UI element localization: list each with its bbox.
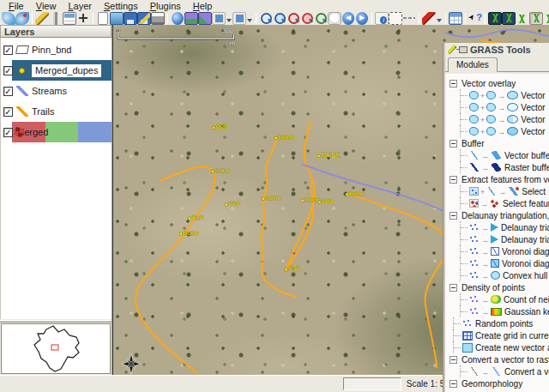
grass-module-voronoi-diagram[interactable]: Voronoi diagram [449,245,549,257]
grass-region-icon[interactable] [516,12,529,25]
measure-tool-icon[interactable] [422,12,436,25]
collapse-expander-icon[interactable] [449,284,457,292]
measure-line-icon[interactable] [402,12,416,25]
grass-tools-icon[interactable] [529,12,543,25]
linebufdark-icon [491,163,502,172]
grass-module-convex-hull[interactable]: Convex hull [449,269,549,281]
grass-module-vector-buffer[interactable]: Vector buffer [449,149,549,161]
layer-row-pinn_bnd[interactable]: Pinn_bnd [1,41,112,58]
grass-module-voronoi-diagram[interactable]: Voronoi diagram [449,257,549,269]
digitize-pencil-icon[interactable] [35,12,49,25]
grass-category-delaunay-triangulation-voronoi[interactable]: Delaunay triangulation, Voronoi [449,209,549,221]
dots-icon [469,247,480,256]
grass-module-create-grid-in-current-region[interactable]: Create grid in current region [449,329,549,341]
open-project-icon[interactable] [110,12,124,25]
select-features-icon[interactable] [389,12,402,25]
new-project-icon[interactable] [98,12,108,25]
grass-module-vector[interactable]: Vector [449,101,549,113]
grass-category-convert-a-vector-to-raster[interactable]: Convert a vector to raster [449,353,549,365]
zoom-last-icon[interactable] [342,12,354,25]
menu-layer[interactable]: Layer [63,1,97,12]
layer-row-merged[interactable]: Merged [1,124,112,141]
save-project-icon[interactable] [124,12,137,25]
add-wms-layer-icon[interactable] [172,12,184,25]
grass-module-count-of-neighbors[interactable]: Count of neighbors [449,293,549,305]
grass-module-vector[interactable]: Vector [449,125,549,137]
menu-settings[interactable]: Settings [99,1,143,12]
add-raster-layer-icon[interactable] [198,12,212,25]
grass-category-buffer[interactable]: Buffer [449,137,549,149]
overlay-tool-icon[interactable] [212,12,226,25]
collapse-expander-icon[interactable] [449,356,457,364]
move-feature-icon[interactable] [76,12,90,25]
layer-visibility-checkbox[interactable] [3,66,13,75]
current-extent-rect [51,345,58,350]
overview-map[interactable] [1,323,111,374]
attribute-table-icon[interactable] [449,12,462,25]
collapse-expander-icon[interactable] [449,140,457,148]
capture-point-icon[interactable] [49,12,63,25]
grass-module-select-features[interactable]: Select features [449,197,549,209]
grass-module-convert-a-vector[interactable]: Convert a vector [449,365,549,377]
print-icon[interactable] [151,12,165,25]
grass-tools-titlebar[interactable]: GRASS Tools [445,43,549,57]
grass-open-mapset-icon[interactable] [488,12,502,25]
layer-row-trails[interactable]: Trails [1,103,112,120]
layer-visibility-checkbox[interactable] [3,87,13,96]
dropdown-caret-icon[interactable] [247,19,252,22]
add-vector-layer-icon[interactable] [184,12,198,25]
zoom-in-icon[interactable] [259,12,273,25]
grass-module-select[interactable]: Select [449,185,549,197]
dock-pin-icon[interactable] [459,46,468,53]
layer-row-merged_dupes[interactable]: Merged_dupes [1,62,112,79]
menu-file[interactable]: File [3,1,29,12]
whats-this-icon[interactable] [468,12,482,25]
zoom-to-layer-icon[interactable] [314,12,328,25]
layer-row-streams[interactable]: Streams [1,82,112,100]
panel-splitter[interactable] [0,320,112,323]
collapse-expander-icon[interactable] [449,380,457,388]
save-project-as-icon[interactable] [137,12,151,25]
collapse-expander-icon[interactable] [449,80,457,87]
hull-icon [491,271,500,280]
overlap3-icon [507,115,518,124]
dropdown-caret-icon[interactable] [437,19,442,22]
grass-module-raster-buffer[interactable]: Raster buffer [449,161,549,173]
overlap4-icon [507,127,518,136]
grass-category-density-of-points[interactable]: Density of points [449,281,549,293]
grass-edit-icon[interactable] [543,12,549,25]
map-tool-blue-alt-icon[interactable] [15,12,29,25]
collapse-expander-icon[interactable] [449,212,457,220]
zoom-full-icon[interactable] [287,12,300,25]
grass-module-vector[interactable]: Vector [449,89,549,101]
toolbar-separator [445,13,446,24]
menu-plugins[interactable]: Plugins [145,1,186,12]
zoom-out-icon[interactable] [273,12,287,25]
overlay-tool-alt-icon[interactable] [232,12,246,25]
collapse-expander-icon[interactable] [449,176,457,184]
grass-module-delaunay-triangulation[interactable]: Delaunay triangulation [449,221,549,233]
grass-module-delaunay-triangulation[interactable]: Delaunay triangulation [449,233,549,245]
identify-features-icon[interactable] [375,12,389,25]
layer-visibility-checkbox[interactable] [3,45,13,55]
tree-item-label: Density of points [462,283,525,292]
menu-view[interactable]: View [31,1,62,12]
layer-visibility-checkbox[interactable] [3,128,13,137]
menu-help[interactable]: Help [188,1,218,12]
grass-module-create-new-vector-area-map[interactable]: Create new vector area map [449,341,549,353]
grass-category-vector-overlay[interactable]: Vector overlay [449,77,549,89]
zoom-next-icon[interactable] [356,12,368,25]
grass-new-mapset-icon[interactable] [502,12,516,25]
grass-module-vector[interactable]: Vector [449,113,549,125]
table-ruler-icon[interactable] [63,12,76,25]
dropdown-caret-icon[interactable] [226,19,232,22]
zoom-to-selection-icon[interactable] [300,12,314,25]
grass-module-random-points[interactable]: Random points [449,317,549,329]
grass-category-geomorphology[interactable]: Geomorphology [449,377,549,389]
grass-module-gaussian-kernel[interactable]: Gaussian kernel [449,305,549,317]
pan-map-icon[interactable] [328,12,341,25]
tab-modules[interactable]: Modules [448,57,498,72]
layer-visibility-checkbox[interactable] [3,107,13,117]
grass-category-extract-features-from-vector[interactable]: Extract features from vector [449,173,549,185]
map-tool-blue-icon[interactable] [2,12,15,25]
